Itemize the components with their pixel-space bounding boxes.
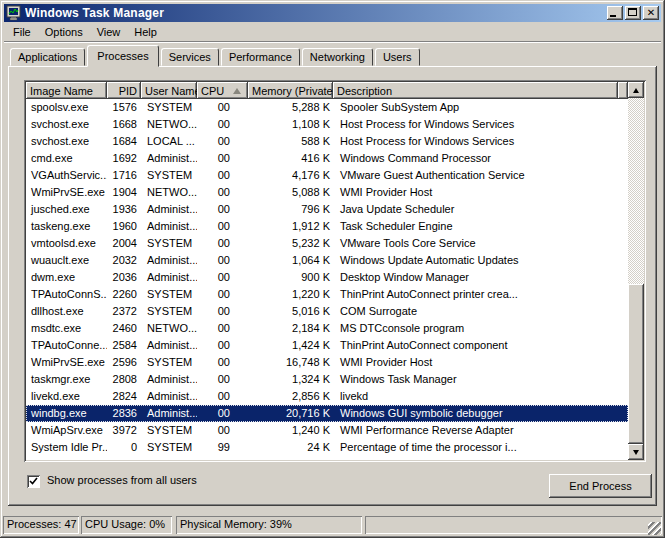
process-cpu: 99 — [197, 439, 248, 456]
column-header-memory[interactable]: Memory (Private ... — [248, 82, 333, 99]
process-name: VGAuthServic... — [26, 167, 107, 184]
process-row[interactable]: taskeng.exe1960Administ...001,912 KTask … — [26, 218, 628, 235]
process-pid: 1692 — [107, 150, 141, 167]
process-row[interactable]: wuauclt.exe2032Administ...001,064 KWindo… — [26, 252, 628, 269]
process-description: livekd — [333, 388, 618, 405]
scroll-down-button[interactable] — [628, 444, 644, 460]
maximize-button[interactable] — [625, 6, 641, 20]
arrow-up-icon — [633, 88, 639, 93]
tab-strip: Applications Processes Services Performa… — [10, 48, 422, 66]
process-cpu: 00 — [197, 405, 248, 422]
process-pid: 0 — [107, 439, 141, 456]
process-row[interactable]: WmiPrvSE.exe1904NETWO...005,088 KWMI Pro… — [26, 184, 628, 201]
process-memory: 1,108 K — [248, 116, 333, 133]
title-bar: Windows Task Manager ✕ — [4, 4, 661, 22]
resize-grip-icon[interactable] — [648, 522, 661, 535]
tab-applications[interactable]: Applications — [10, 48, 85, 66]
process-user: LOCAL ... — [141, 133, 197, 150]
column-header-image-name[interactable]: Image Name — [26, 82, 107, 99]
process-cpu: 00 — [197, 167, 248, 184]
process-row[interactable]: spoolsv.exe1576SYSTEM005,288 KSpooler Su… — [26, 99, 628, 116]
process-row[interactable]: WmiPrvSE.exe2596SYSTEM0016,748 KWMI Prov… — [26, 354, 628, 371]
list-header: Image Name PID User Name CPU Memory (Pri… — [26, 82, 628, 99]
process-pid: 1576 — [107, 99, 141, 116]
process-pid: 1668 — [107, 116, 141, 133]
process-name: dwm.exe — [26, 269, 107, 286]
menu-view[interactable]: View — [90, 25, 128, 39]
scrollbar-thumb[interactable] — [628, 284, 644, 444]
status-bar: Processes: 47 CPU Usage: 0% Physical Mem… — [3, 512, 662, 535]
process-cpu: 00 — [197, 269, 248, 286]
process-row[interactable]: taskmgr.exe2808Administ...001,324 KWindo… — [26, 371, 628, 388]
process-cpu: 00 — [197, 99, 248, 116]
minimize-button[interactable] — [607, 6, 623, 20]
process-row[interactable]: svchost.exe1668NETWO...001,108 KHost Pro… — [26, 116, 628, 133]
process-name: taskeng.exe — [26, 218, 107, 235]
tab-services[interactable]: Services — [161, 48, 219, 66]
process-row[interactable]: TPAutoConnS...2260SYSTEM001,220 KThinPri… — [26, 286, 628, 303]
process-cpu: 00 — [197, 201, 248, 218]
process-row[interactable]: cmd.exe1692Administ...00416 KWindows Com… — [26, 150, 628, 167]
process-pid: 2824 — [107, 388, 141, 405]
show-all-users-checkbox[interactable] — [27, 475, 40, 488]
process-memory: 900 K — [248, 269, 333, 286]
process-description: COM Surrogate — [333, 303, 618, 320]
tab-networking[interactable]: Networking — [302, 48, 373, 66]
menu-options[interactable]: Options — [38, 25, 90, 39]
process-row[interactable]: VGAuthServic...1716SYSTEM004,176 KVMware… — [26, 167, 628, 184]
process-memory: 16,748 K — [248, 354, 333, 371]
scroll-up-button[interactable] — [628, 82, 644, 98]
tab-processes[interactable]: Processes — [87, 45, 158, 67]
process-row[interactable]: dwm.exe2036Administ...00900 KDesktop Win… — [26, 269, 628, 286]
column-header-user-name[interactable]: User Name — [141, 82, 197, 99]
process-pid: 3972 — [107, 422, 141, 439]
process-user: NETWO... — [141, 116, 197, 133]
process-cpu: 00 — [197, 184, 248, 201]
column-header-pid[interactable]: PID — [107, 82, 141, 99]
process-memory: 20,716 K — [248, 405, 333, 422]
process-row[interactable]: svchost.exe1684LOCAL ...00588 KHost Proc… — [26, 133, 628, 150]
process-description: Spooler SubSystem App — [333, 99, 618, 116]
process-user: SYSTEM — [141, 286, 197, 303]
end-process-button[interactable]: End Process — [549, 474, 652, 498]
process-description: Desktop Window Manager — [333, 269, 618, 286]
tab-performance[interactable]: Performance — [221, 48, 300, 66]
process-memory: 1,240 K — [248, 422, 333, 439]
process-row[interactable]: jusched.exe1936Administ...00796 KJava Up… — [26, 201, 628, 218]
window-title: Windows Task Manager — [25, 6, 605, 20]
process-cpu: 00 — [197, 303, 248, 320]
vertical-scrollbar[interactable] — [628, 82, 644, 460]
process-memory: 4,176 K — [248, 167, 333, 184]
process-row[interactable]: TPAutoConne...2584Administ...001,424 KTh… — [26, 337, 628, 354]
process-row[interactable]: vmtoolsd.exe2004SYSTEM005,232 KVMware To… — [26, 235, 628, 252]
process-rows: spoolsv.exe1576SYSTEM005,288 KSpooler Su… — [26, 99, 628, 460]
process-memory: 588 K — [248, 133, 333, 150]
process-pid: 2584 — [107, 337, 141, 354]
process-row[interactable]: msdtc.exe2460NETWO...002,184 KMS DTCcons… — [26, 320, 628, 337]
process-row[interactable]: WmiApSrv.exe3972SYSTEM001,240 KWMI Perfo… — [26, 422, 628, 439]
tab-users[interactable]: Users — [375, 48, 420, 66]
process-name: taskmgr.exe — [26, 371, 107, 388]
process-row[interactable]: livekd.exe2824Administ...002,856 Klivekd — [26, 388, 628, 405]
maximize-icon — [628, 8, 637, 16]
process-name: TPAutoConne... — [26, 337, 107, 354]
process-description: Host Process for Windows Services — [333, 133, 618, 150]
process-pid: 2032 — [107, 252, 141, 269]
process-cpu: 00 — [197, 235, 248, 252]
process-user: SYSTEM — [141, 422, 197, 439]
process-memory: 1,220 K — [248, 286, 333, 303]
process-row-selected[interactable]: windbg.exe2836Administ...0020,716 KWindo… — [26, 405, 628, 422]
checkmark-icon — [29, 477, 38, 486]
process-row[interactable]: dllhost.exe2372SYSTEM005,016 KCOM Surrog… — [26, 303, 628, 320]
show-all-users-label: Show processes from all users — [47, 474, 197, 486]
menu-file[interactable]: File — [6, 25, 38, 39]
column-header-blank — [618, 82, 628, 99]
process-name: svchost.exe — [26, 116, 107, 133]
process-description: Windows Task Manager — [333, 371, 618, 388]
column-header-cpu[interactable]: CPU — [197, 82, 248, 99]
close-button[interactable]: ✕ — [643, 6, 659, 20]
process-row[interactable]: System Idle Pr...0SYSTEM9924 KPercentage… — [26, 439, 628, 456]
menu-help[interactable]: Help — [127, 25, 164, 39]
column-header-description[interactable]: Description — [333, 82, 618, 99]
process-description: WMI Performance Reverse Adapter — [333, 422, 618, 439]
